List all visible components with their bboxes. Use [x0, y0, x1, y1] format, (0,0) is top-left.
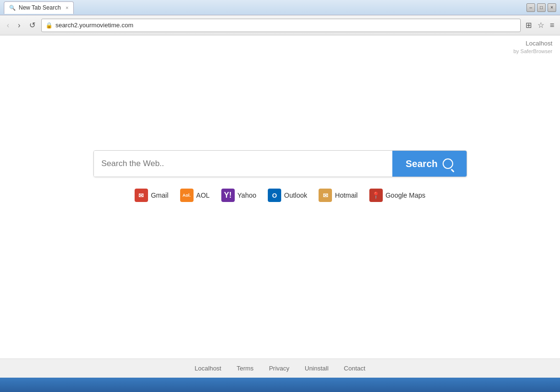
hotmail-link[interactable]: ✉ Hotmail: [319, 189, 357, 202]
search-input[interactable]: [94, 151, 392, 177]
safer-browser-text: by SaferBrowser: [514, 48, 552, 55]
browser-tab[interactable]: 🔍 New Tab Search ×: [4, 1, 74, 14]
menu-button[interactable]: ≡: [548, 19, 556, 32]
forward-button[interactable]: ›: [15, 19, 23, 32]
gmail-icon: ✉: [135, 189, 148, 202]
translate-button[interactable]: ⊞: [524, 19, 534, 32]
yahoo-label: Yahoo: [238, 191, 256, 199]
outlook-link[interactable]: O Outlook: [268, 189, 307, 202]
tab-label: New Tab Search: [19, 4, 61, 11]
minimize-button[interactable]: –: [526, 3, 535, 12]
localhost-badge: Localhost by SaferBrowser: [514, 39, 552, 56]
tab-search-icon: 🔍: [9, 5, 16, 11]
footer-terms-link[interactable]: Terms: [237, 365, 253, 372]
footer-uninstall-link[interactable]: Uninstall: [305, 365, 329, 372]
hotmail-icon: ✉: [319, 189, 332, 202]
aol-link[interactable]: Aol. AOL: [180, 189, 210, 202]
nav-actions: ⊞ ☆ ≡: [524, 19, 556, 32]
yahoo-icon: Y!: [221, 189, 235, 202]
url-input[interactable]: [56, 22, 516, 29]
aol-icon: Aol.: [180, 189, 194, 202]
search-button[interactable]: Search: [392, 151, 467, 177]
lock-icon: 🔒: [46, 22, 53, 29]
yahoo-link[interactable]: Y! Yahoo: [221, 189, 256, 202]
bookmark-button[interactable]: ☆: [536, 19, 546, 32]
window-controls: – □ ×: [526, 3, 556, 12]
tab-close-button[interactable]: ×: [66, 5, 69, 11]
localhost-text: Localhost: [514, 39, 552, 48]
gmail-label: Gmail: [151, 191, 169, 199]
tab-strip: 🔍 New Tab Search ×: [4, 1, 74, 14]
back-button[interactable]: ‹: [4, 19, 12, 32]
footer: Localhost Terms Privacy Uninstall Contac…: [0, 358, 560, 378]
footer-privacy-link[interactable]: Privacy: [269, 365, 289, 372]
outlook-label: Outlook: [284, 191, 307, 199]
google-maps-icon: 📍: [369, 189, 383, 202]
google-maps-label: Google Maps: [386, 191, 425, 199]
outlook-icon: O: [268, 189, 281, 202]
gmail-link[interactable]: ✉ Gmail: [135, 189, 169, 202]
google-maps-link[interactable]: 📍 Google Maps: [369, 189, 425, 202]
search-section: Search ✉ Gmail Aol. AOL Y! Yahoo O Outlo…: [93, 150, 467, 202]
title-bar: 🔍 New Tab Search × – □ ×: [0, 0, 560, 15]
aol-label: AOL: [196, 191, 210, 199]
close-button[interactable]: ×: [548, 3, 556, 12]
navigation-bar: ‹ › ↺ 🔒 ⊞ ☆ ≡: [0, 15, 560, 35]
quick-links: ✉ Gmail Aol. AOL Y! Yahoo O Outlook ✉ Ho…: [135, 189, 425, 202]
search-bar: Search: [93, 150, 467, 177]
reload-button[interactable]: ↺: [26, 19, 38, 32]
hotmail-label: Hotmail: [335, 191, 357, 199]
footer-localhost-link[interactable]: Localhost: [194, 365, 221, 372]
footer-contact-link[interactable]: Contact: [344, 365, 366, 372]
maximize-button[interactable]: □: [537, 3, 546, 12]
page-content: Localhost by SaferBrowser Search ✉ Gmail…: [0, 35, 560, 358]
search-icon: [443, 158, 453, 169]
taskbar: [0, 378, 560, 392]
search-button-label: Search: [406, 158, 438, 169]
address-bar[interactable]: 🔒: [41, 19, 521, 32]
